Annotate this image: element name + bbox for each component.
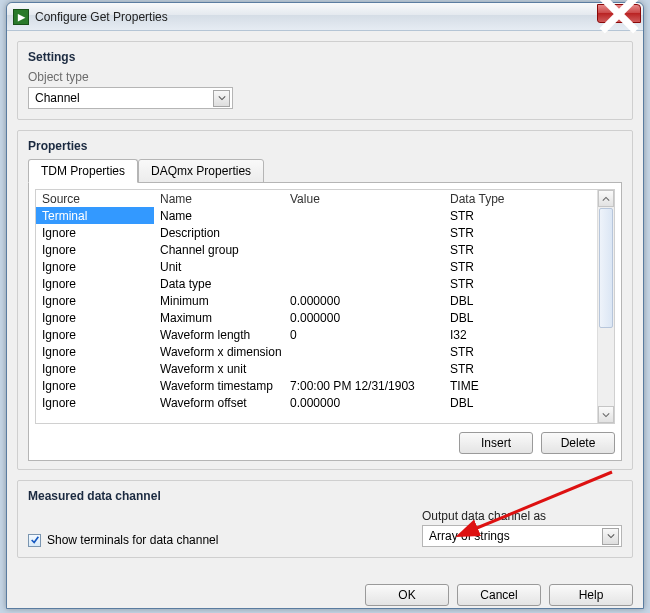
cell-source[interactable]: Ignore: [36, 394, 154, 411]
tab-tdm-properties[interactable]: TDM Properties: [28, 159, 138, 183]
cell-datatype[interactable]: STR: [444, 241, 590, 258]
cell-datatype[interactable]: STR: [444, 258, 590, 275]
cell-value[interactable]: [284, 343, 444, 360]
cell-datatype[interactable]: TIME: [444, 377, 590, 394]
scroll-thumb[interactable]: [599, 208, 613, 328]
cell-source[interactable]: Ignore: [36, 275, 154, 292]
properties-table[interactable]: Source Name Value Data Type TerminalName…: [36, 190, 590, 411]
cell-value[interactable]: [284, 360, 444, 377]
properties-table-wrap: Source Name Value Data Type TerminalName…: [35, 189, 615, 424]
table-row[interactable]: IgnoreData typeSTR: [36, 275, 590, 292]
cell-name[interactable]: Name: [154, 207, 284, 224]
cell-name[interactable]: Waveform x dimension: [154, 343, 284, 360]
measured-title: Measured data channel: [28, 489, 622, 503]
table-row[interactable]: IgnoreDescriptionSTR: [36, 224, 590, 241]
cell-name[interactable]: Data type: [154, 275, 284, 292]
cell-datatype[interactable]: DBL: [444, 394, 590, 411]
object-type-label: Object type: [28, 70, 622, 84]
cell-value[interactable]: 0: [284, 326, 444, 343]
cell-datatype[interactable]: STR: [444, 275, 590, 292]
cell-name[interactable]: Minimum: [154, 292, 284, 309]
cell-value[interactable]: [284, 224, 444, 241]
cell-datatype[interactable]: STR: [444, 207, 590, 224]
cell-value[interactable]: 0.000000: [284, 292, 444, 309]
table-row[interactable]: IgnoreUnitSTR: [36, 258, 590, 275]
cell-name[interactable]: Waveform x unit: [154, 360, 284, 377]
tab-panel: Source Name Value Data Type TerminalName…: [28, 182, 622, 461]
table-row[interactable]: TerminalNameSTR: [36, 207, 590, 224]
cell-value[interactable]: [284, 241, 444, 258]
table-row[interactable]: IgnoreMinimum0.000000DBL: [36, 292, 590, 309]
cell-name[interactable]: Waveform length: [154, 326, 284, 343]
cell-value[interactable]: [284, 207, 444, 224]
close-icon: [598, 0, 640, 35]
cell-source[interactable]: Ignore: [36, 258, 154, 275]
insert-button[interactable]: Insert: [459, 432, 533, 454]
delete-button[interactable]: Delete: [541, 432, 615, 454]
cell-value[interactable]: [284, 258, 444, 275]
cell-source[interactable]: Ignore: [36, 241, 154, 258]
cell-datatype[interactable]: I32: [444, 326, 590, 343]
cell-source[interactable]: Ignore: [36, 377, 154, 394]
cell-source[interactable]: Ignore: [36, 309, 154, 326]
col-source[interactable]: Source: [36, 190, 154, 207]
col-value[interactable]: Value: [284, 190, 444, 207]
cell-source[interactable]: Ignore: [36, 292, 154, 309]
cell-source[interactable]: Ignore: [36, 360, 154, 377]
app-icon: ▶: [13, 9, 29, 25]
cell-value[interactable]: 0.000000: [284, 394, 444, 411]
cell-source[interactable]: Ignore: [36, 224, 154, 241]
cancel-button[interactable]: Cancel: [457, 584, 541, 606]
cell-source[interactable]: Ignore: [36, 343, 154, 360]
window-title: Configure Get Properties: [35, 10, 168, 24]
help-button[interactable]: Help: [549, 584, 633, 606]
close-button[interactable]: [597, 4, 641, 23]
table-header-row: Source Name Value Data Type: [36, 190, 590, 207]
cell-value[interactable]: 0.000000: [284, 309, 444, 326]
cell-datatype[interactable]: STR: [444, 343, 590, 360]
table-row[interactable]: IgnoreWaveform length0I32: [36, 326, 590, 343]
cell-name[interactable]: Maximum: [154, 309, 284, 326]
ok-button[interactable]: OK: [365, 584, 449, 606]
cell-value[interactable]: 7:00:00 PM 12/31/1903: [284, 377, 444, 394]
cell-name[interactable]: Description: [154, 224, 284, 241]
table-row[interactable]: IgnoreChannel groupSTR: [36, 241, 590, 258]
col-datatype[interactable]: Data Type: [444, 190, 590, 207]
cell-name[interactable]: Waveform offset: [154, 394, 284, 411]
scroll-down-button[interactable]: [598, 406, 614, 423]
cell-name[interactable]: Waveform timestamp: [154, 377, 284, 394]
cell-datatype[interactable]: DBL: [444, 309, 590, 326]
object-type-combo[interactable]: Channel: [28, 87, 233, 109]
measured-group: Measured data channel Show terminals for…: [17, 480, 633, 558]
table-row[interactable]: IgnoreWaveform timestamp7:00:00 PM 12/31…: [36, 377, 590, 394]
cell-name[interactable]: Channel group: [154, 241, 284, 258]
titlebar[interactable]: ▶ Configure Get Properties: [7, 3, 643, 31]
output-channel-combo[interactable]: Array of strings: [422, 525, 622, 547]
cell-value[interactable]: [284, 275, 444, 292]
dialog-window: ▶ Configure Get Properties Settings Obje…: [6, 2, 644, 609]
output-channel-value: Array of strings: [429, 529, 510, 543]
tab-daqmx-properties[interactable]: DAQmx Properties: [138, 159, 264, 183]
properties-group: Properties TDM Properties DAQmx Properti…: [17, 130, 633, 470]
cell-source[interactable]: Ignore: [36, 326, 154, 343]
chevron-down-icon: [213, 90, 230, 107]
table-row[interactable]: IgnoreMaximum0.000000DBL: [36, 309, 590, 326]
cell-datatype[interactable]: STR: [444, 224, 590, 241]
cell-source[interactable]: Terminal: [36, 207, 154, 224]
show-terminals-checkbox[interactable]: [28, 534, 41, 547]
table-row[interactable]: IgnoreWaveform x dimensionSTR: [36, 343, 590, 360]
table-row[interactable]: IgnoreWaveform x unitSTR: [36, 360, 590, 377]
settings-group: Settings Object type Channel: [17, 41, 633, 120]
footer-buttons: OK Cancel Help: [7, 576, 643, 606]
object-type-value: Channel: [35, 91, 80, 105]
table-row[interactable]: IgnoreWaveform offset0.000000DBL: [36, 394, 590, 411]
tabs: TDM Properties DAQmx Properties: [28, 159, 622, 183]
col-name[interactable]: Name: [154, 190, 284, 207]
cell-datatype[interactable]: STR: [444, 360, 590, 377]
cell-name[interactable]: Unit: [154, 258, 284, 275]
settings-title: Settings: [28, 50, 622, 64]
properties-title: Properties: [28, 139, 622, 153]
scrollbar[interactable]: [597, 190, 614, 423]
cell-datatype[interactable]: DBL: [444, 292, 590, 309]
scroll-up-button[interactable]: [598, 190, 614, 207]
